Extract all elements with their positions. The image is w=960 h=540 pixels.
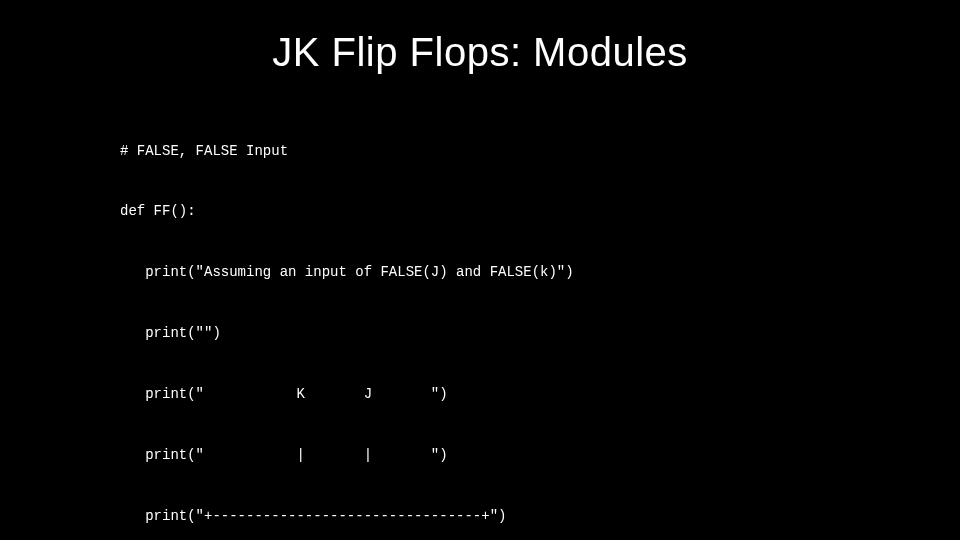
code-line: print("+--------------------------------… — [120, 506, 920, 526]
code-line: def FF(): — [120, 201, 920, 221]
code-block: # FALSE, FALSE Input def FF(): print("As… — [120, 100, 920, 540]
code-line: print("") — [120, 323, 920, 343]
slide-title: JK Flip Flops: Modules — [40, 30, 920, 75]
code-line: print(" K J ") — [120, 384, 920, 404]
code-line: print("Assuming an input of FALSE(J) and… — [120, 262, 920, 282]
code-line: # FALSE, FALSE Input — [120, 141, 920, 161]
code-line: print(" | | ") — [120, 445, 920, 465]
slide-container: JK Flip Flops: Modules # FALSE, FALSE In… — [0, 0, 960, 540]
